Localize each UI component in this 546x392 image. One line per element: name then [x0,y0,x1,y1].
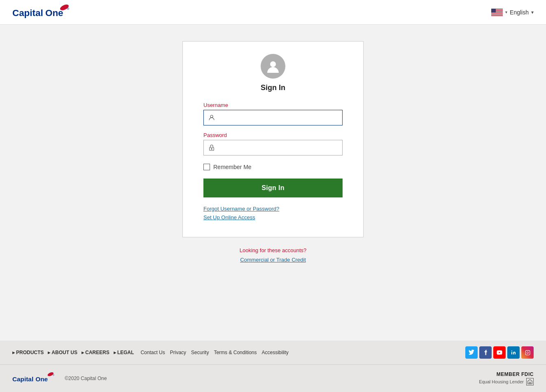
header: Capital One ® ▾ English ▾ [0,0,546,25]
footer-nav-legal[interactable]: LEGAL [114,350,134,355]
us-flag-icon [491,9,503,16]
svg-rect-12 [491,13,503,14]
svg-point-18 [270,61,276,67]
footer-nav-privacy[interactable]: Privacy [170,350,186,355]
equal-housing: Equal Housing Lender [479,378,534,385]
facebook-link[interactable] [479,346,492,359]
commercial-link[interactable]: Commercial or Trade Credit [240,257,306,263]
svg-rect-14 [491,14,503,14]
footer-bottom: Capital One ® ©2020 Capital One MEMBER F… [0,365,546,392]
linkedin-link[interactable] [507,346,520,359]
footer-nav-row: PRODUCTS ABOUT US CAREERS LEGAL Contact … [0,341,546,364]
svg-text:®: ® [67,7,70,11]
footer-nav-products[interactable]: PRODUCTS [12,350,44,355]
below-card: Looking for these accounts? Commercial o… [240,247,307,263]
svg-rect-17 [491,9,496,13]
language-label: English [510,9,529,16]
footer-social [465,346,534,359]
footer-nav-careers[interactable]: CAREERS [82,350,110,355]
footer: PRODUCTS ABOUT US CAREERS LEGAL Contact … [0,341,546,392]
svg-text:One: One [35,376,48,383]
links-area: Forgot Username or Password? Set Up Onli… [203,206,343,220]
sign-in-button[interactable]: Sign In [203,179,343,197]
svg-rect-16 [491,15,503,16]
footer-nav-contact[interactable]: Contact Us [140,350,165,355]
twitter-link[interactable] [465,346,478,359]
password-input-wrapper [203,140,343,155]
sign-in-title: Sign In [261,84,285,92]
username-input-wrapper [203,110,343,125]
password-label: Password [203,132,343,138]
member-fdic-text: MEMBER FDIC [479,371,534,377]
looking-text: Looking for these accounts? [240,247,307,253]
svg-text:®: ® [53,374,54,376]
footer-copyright: ©2020 Capital One [65,376,107,381]
svg-text:Capital: Capital [12,376,33,383]
footer-nav-terms[interactable]: Terms & Conditions [214,350,257,355]
fdic-area: MEMBER FDIC Equal Housing Lender [479,371,534,385]
equal-housing-label: Equal Housing Lender [479,379,524,384]
footer-capital-one-logo: Capital One ® [12,372,60,385]
footer-logo-area: Capital One ® ©2020 Capital One [12,372,107,385]
forgot-credentials-link[interactable]: Forgot Username or Password? [203,206,343,212]
svg-text:Capital: Capital [12,7,43,18]
youtube-link[interactable] [493,346,506,359]
remember-me-checkbox[interactable] [203,164,210,170]
setup-online-access-link[interactable]: Set Up Online Access [203,214,343,220]
language-arrow[interactable]: ▾ [531,9,534,15]
footer-nav-left: PRODUCTS ABOUT US CAREERS LEGAL Contact … [12,350,294,355]
svg-rect-11 [491,12,503,13]
logo-area: Capital One ® [12,4,72,21]
svg-rect-23 [525,350,530,355]
remember-me-group: Remember Me [203,164,343,170]
svg-rect-13 [491,14,503,14]
user-input-icon [208,114,216,122]
language-selector[interactable]: ▾ English ▾ [491,9,534,16]
svg-rect-29 [529,382,531,384]
username-input[interactable] [203,110,343,125]
equal-housing-icon [526,378,534,385]
username-group: Username [203,102,343,125]
user-avatar-icon [261,54,285,79]
flag-dropdown-arrow[interactable]: ▾ [505,10,507,14]
username-label: Username [203,102,343,108]
svg-rect-15 [491,15,503,15]
lock-input-icon [208,144,216,152]
main-content: Sign In Username Password [0,25,546,341]
instagram-link[interactable] [521,346,534,359]
login-card: Sign In Username Password [182,41,364,237]
svg-point-21 [211,148,212,149]
svg-point-19 [210,115,213,118]
footer-nav-security[interactable]: Security [191,350,209,355]
person-icon [266,59,280,74]
password-group: Password [203,132,343,155]
remember-me-label[interactable]: Remember Me [213,164,252,170]
svg-point-22 [511,350,512,351]
footer-nav-accessibility[interactable]: Accessibility [261,350,288,355]
capital-one-logo: Capital One ® [12,4,72,21]
password-input[interactable] [203,140,343,155]
footer-nav-about-us[interactable]: ABOUT US [48,350,77,355]
